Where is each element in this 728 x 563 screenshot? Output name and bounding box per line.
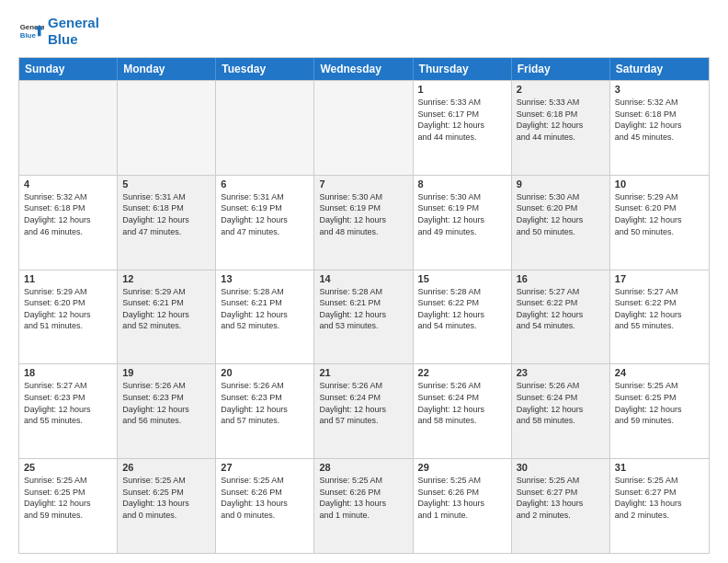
cell-info-line: and 59 minutes. [24, 510, 112, 522]
cell-info-line: Sunset: 6:26 PM [418, 487, 506, 499]
cell-info-line: and 2 minutes. [517, 510, 605, 522]
calendar-cell-7: 7Sunrise: 5:30 AMSunset: 6:19 PMDaylight… [314, 176, 413, 270]
calendar-cell-6: 6Sunrise: 5:31 AMSunset: 6:19 PMDaylight… [216, 176, 314, 270]
day-number: 8 [418, 178, 506, 190]
calendar-cell-14: 14Sunrise: 5:28 AMSunset: 6:21 PMDayligh… [314, 270, 413, 364]
cell-info-line: and 2 minutes. [615, 510, 704, 522]
cell-info-line: Daylight: 12 hours [122, 309, 210, 321]
calendar-cell-20: 20Sunrise: 5:26 AMSunset: 6:23 PMDayligh… [216, 364, 314, 458]
cell-info-line: Sunset: 6:18 PM [517, 109, 605, 121]
calendar-row-5: 25Sunrise: 5:25 AMSunset: 6:25 PMDayligh… [19, 458, 709, 553]
calendar-cell-3: 3Sunrise: 5:32 AMSunset: 6:18 PMDaylight… [610, 81, 709, 175]
cell-info-line: Daylight: 12 hours [221, 309, 309, 321]
calendar-cell-18: 18Sunrise: 5:27 AMSunset: 6:23 PMDayligh… [19, 364, 118, 458]
cell-info-line: Sunrise: 5:30 AM [319, 191, 407, 203]
cell-info-line: and 52 minutes. [221, 320, 309, 332]
cell-info-line: and 45 minutes. [615, 132, 704, 144]
day-number: 21 [319, 367, 407, 378]
cell-info-line: Sunset: 6:18 PM [615, 109, 704, 121]
cell-info-line: and 48 minutes. [319, 226, 407, 238]
cell-info-line: and 54 minutes. [418, 320, 506, 332]
cell-info-line: Daylight: 13 hours [615, 498, 704, 510]
cell-info-line: Sunrise: 5:31 AM [122, 191, 210, 203]
calendar-cell-29: 29Sunrise: 5:25 AMSunset: 6:26 PMDayligh… [414, 459, 512, 553]
day-number: 1 [418, 84, 506, 95]
cell-info-line: Daylight: 13 hours [418, 498, 506, 510]
calendar-cell-empty-0-2 [216, 81, 314, 175]
cell-info-line: Sunrise: 5:30 AM [517, 191, 605, 203]
cell-info-line: Sunset: 6:20 PM [517, 202, 605, 214]
cell-info-line: Daylight: 12 hours [615, 120, 704, 132]
cell-info-line: Sunrise: 5:25 AM [615, 475, 704, 487]
day-number: 9 [517, 178, 605, 190]
day-number: 17 [615, 273, 704, 284]
calendar-cell-empty-0-0 [19, 81, 118, 175]
day-number: 2 [517, 84, 605, 95]
cell-info-line: Sunrise: 5:26 AM [418, 380, 506, 392]
cell-info-line: Daylight: 12 hours [615, 404, 704, 416]
day-number: 31 [615, 462, 704, 473]
cell-info-line: Sunrise: 5:29 AM [24, 286, 112, 298]
calendar-cell-19: 19Sunrise: 5:26 AMSunset: 6:23 PMDayligh… [118, 364, 216, 458]
calendar-cell-empty-0-1 [118, 81, 216, 175]
cell-info-line: Daylight: 12 hours [418, 120, 506, 132]
cell-info-line: Daylight: 12 hours [517, 120, 605, 132]
cell-info-line: and 58 minutes. [418, 415, 506, 427]
calendar-body: 1Sunrise: 5:33 AMSunset: 6:17 PMDaylight… [19, 80, 709, 553]
logo-text-blue: Blue [48, 31, 99, 48]
day-number: 24 [615, 367, 704, 378]
calendar-cell-10: 10Sunrise: 5:29 AMSunset: 6:20 PMDayligh… [610, 176, 709, 270]
cell-info-line: Sunset: 6:24 PM [517, 392, 605, 404]
day-number: 10 [615, 178, 704, 190]
cell-info-line: and 59 minutes. [615, 415, 704, 427]
cell-info-line: and 50 minutes. [615, 226, 704, 238]
calendar-cell-30: 30Sunrise: 5:25 AMSunset: 6:27 PMDayligh… [512, 459, 610, 553]
cell-info-line: Sunset: 6:22 PM [418, 297, 506, 309]
weekday-header-sunday: Sunday [19, 58, 118, 80]
calendar-cell-13: 13Sunrise: 5:28 AMSunset: 6:21 PMDayligh… [216, 270, 314, 364]
cell-info-line: Sunset: 6:26 PM [221, 487, 309, 499]
calendar-row-2: 4Sunrise: 5:32 AMSunset: 6:18 PMDaylight… [19, 175, 709, 270]
cell-info-line: Sunset: 6:18 PM [24, 202, 112, 214]
cell-info-line: Sunrise: 5:25 AM [24, 475, 112, 487]
day-number: 15 [418, 273, 506, 284]
calendar-cell-11: 11Sunrise: 5:29 AMSunset: 6:20 PMDayligh… [19, 270, 118, 364]
cell-info-line: Sunrise: 5:27 AM [24, 380, 112, 392]
cell-info-line: and 55 minutes. [24, 415, 112, 427]
calendar-cell-24: 24Sunrise: 5:25 AMSunset: 6:25 PMDayligh… [610, 364, 709, 458]
day-number: 7 [319, 178, 407, 190]
cell-info-line: Sunset: 6:27 PM [517, 487, 605, 499]
cell-info-line: and 44 minutes. [517, 132, 605, 144]
cell-info-line: Sunset: 6:19 PM [221, 202, 309, 214]
cell-info-line: Sunset: 6:21 PM [221, 297, 309, 309]
cell-info-line: and 46 minutes. [24, 226, 112, 238]
cell-info-line: Sunrise: 5:28 AM [319, 286, 407, 298]
calendar-header: SundayMondayTuesdayWednesdayThursdayFrid… [19, 58, 709, 80]
calendar-cell-1: 1Sunrise: 5:33 AMSunset: 6:17 PMDaylight… [414, 81, 512, 175]
cell-info-line: Daylight: 12 hours [24, 309, 112, 321]
day-number: 22 [418, 367, 506, 378]
cell-info-line: Daylight: 12 hours [517, 214, 605, 226]
cell-info-line: Sunset: 6:19 PM [418, 202, 506, 214]
cell-info-line: Daylight: 12 hours [24, 498, 112, 510]
weekday-header-friday: Friday [512, 58, 610, 80]
logo-icon: General Blue [18, 18, 44, 44]
cell-info-line: Sunrise: 5:28 AM [418, 286, 506, 298]
cell-info-line: Daylight: 12 hours [319, 309, 407, 321]
calendar-cell-23: 23Sunrise: 5:26 AMSunset: 6:24 PMDayligh… [512, 364, 610, 458]
calendar-cell-8: 8Sunrise: 5:30 AMSunset: 6:19 PMDaylight… [414, 176, 512, 270]
calendar-cell-4: 4Sunrise: 5:32 AMSunset: 6:18 PMDaylight… [19, 176, 118, 270]
cell-info-line: Sunset: 6:24 PM [319, 392, 407, 404]
cell-info-line: Sunset: 6:23 PM [24, 392, 112, 404]
day-number: 23 [517, 367, 605, 378]
cell-info-line: and 1 minute. [418, 510, 506, 522]
cell-info-line: and 47 minutes. [122, 226, 210, 238]
calendar-cell-9: 9Sunrise: 5:30 AMSunset: 6:20 PMDaylight… [512, 176, 610, 270]
cell-info-line: Sunrise: 5:25 AM [517, 475, 605, 487]
cell-info-line: Daylight: 12 hours [221, 214, 309, 226]
day-number: 20 [221, 367, 309, 378]
cell-info-line: Daylight: 12 hours [122, 214, 210, 226]
cell-info-line: Sunrise: 5:33 AM [517, 97, 605, 109]
cell-info-line: Sunset: 6:26 PM [319, 487, 407, 499]
calendar-cell-22: 22Sunrise: 5:26 AMSunset: 6:24 PMDayligh… [414, 364, 512, 458]
